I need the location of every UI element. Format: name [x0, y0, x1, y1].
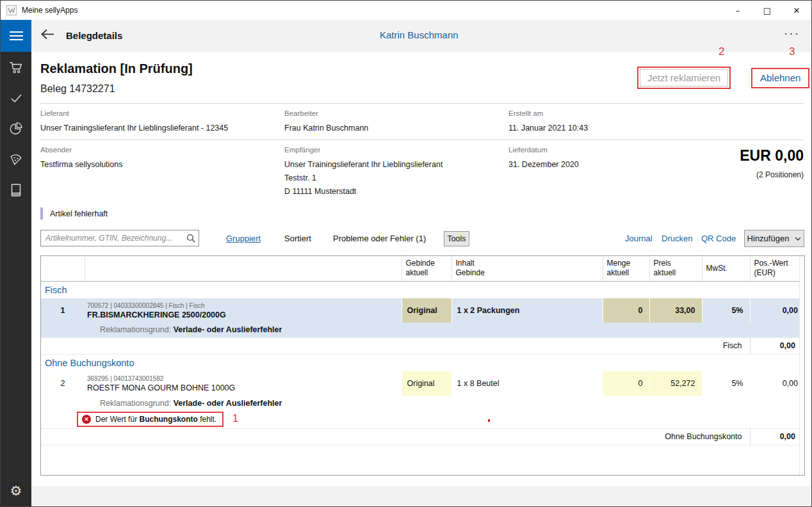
mwst-cell: 5% — [702, 298, 750, 323]
search-input[interactable] — [41, 234, 183, 243]
pos-wert-cell: 0,00 — [750, 371, 804, 396]
reason-value: Verlade- oder Auslieferfehler — [174, 399, 282, 408]
document-number: Beleg 14732271 — [40, 83, 193, 95]
reason-row-1: Reklamationsgrund: Verlade- oder Auslief… — [41, 323, 804, 337]
status-bar-icon — [40, 207, 43, 220]
subtotal-value: 0,00 — [750, 337, 804, 354]
sorted-toggle[interactable]: Sortiert — [284, 230, 311, 247]
menge-cell[interactable]: 0 — [603, 371, 649, 396]
window-controls: – □ ✕ — [723, 1, 811, 20]
annotation-dot — [488, 419, 490, 422]
reject-button[interactable]: Ablehnen — [760, 72, 800, 83]
preis-cell[interactable]: 33,00 — [649, 298, 702, 323]
qr-code-link[interactable]: QR Code — [701, 230, 736, 247]
book-icon — [10, 183, 22, 197]
article-row-1[interactable]: 1 700572 | 04033300002845 | Fisch | Fisc… — [41, 298, 804, 323]
pos-wert-cell: 0,00 — [750, 298, 804, 323]
sidebar: ⚙ — [1, 52, 31, 506]
article-meta: 700572 | 04033300002845 | Fisch | Fisch — [87, 302, 402, 310]
gear-icon: ⚙ — [10, 483, 22, 499]
bearbeiter-value: Frau Katrin Buschmann — [284, 122, 508, 135]
problems-filter[interactable]: Probleme oder Fehler (1) — [333, 230, 426, 247]
article-row-2[interactable]: 2 369295 | 04013743001582 ROESTF MONA GO… — [41, 371, 804, 396]
col-preis: Preis aktuell — [654, 259, 676, 277]
subtotal-row-ohne-buchungskonto: Ohne Buchungskonto 0,00 — [41, 428, 804, 445]
col-mwst: MwSt. — [706, 264, 727, 273]
annotation-1: 1 — [232, 412, 238, 424]
journal-link[interactable]: Journal — [625, 230, 653, 247]
cart-icon — [9, 61, 23, 74]
col-gebinde: Gebinde aktuell — [406, 259, 435, 277]
error-icon: ✕ — [82, 415, 91, 424]
sidebar-item-cart[interactable] — [1, 52, 31, 83]
claim-button[interactable]: Jetzt reklamieren — [640, 69, 728, 86]
total-block: EUR 0,00 (2 Positionen) — [740, 147, 804, 179]
empfaenger-value: Unser Trainingslieferant Ihr Lieblingsli… — [284, 158, 508, 198]
sidebar-item-check[interactable] — [1, 83, 31, 113]
row-number: 2 — [41, 371, 85, 396]
close-button[interactable]: ✕ — [782, 1, 811, 20]
chevron-down-icon — [795, 237, 801, 241]
status-note-text: Artikel fehlerhaft — [50, 209, 108, 218]
preis-cell[interactable]: 52,272 — [649, 371, 702, 396]
mwst-cell: 5% — [702, 371, 750, 396]
main-content: Reklamation [In Prüfung] Beleg 14732271 … — [31, 52, 811, 486]
search-icon[interactable] — [183, 234, 199, 243]
group-header-ohne-buchungskonto: Ohne Buchungskonto — [41, 354, 804, 371]
subtotal-label: Ohne Buchungskonto — [41, 428, 750, 445]
subtotal-row-fisch: Fisch 0,00 — [41, 337, 804, 354]
tools-button[interactable]: Tools — [444, 231, 469, 246]
maximize-button[interactable]: □ — [752, 1, 782, 20]
divider — [40, 103, 804, 104]
inhalt-cell[interactable]: 1 x 8 Beutel — [451, 371, 603, 396]
article-name: ROESTF MONA GOURM BOHNE 1000G — [87, 383, 402, 393]
add-button[interactable]: Hinzufügen — [744, 230, 804, 247]
pizza-slice-icon — [9, 152, 23, 166]
lieferant-label: Lieferant — [40, 109, 284, 117]
sidebar-item-reports[interactable] — [1, 113, 31, 144]
inhalt-cell[interactable]: 1 x 2 Packungen — [451, 298, 603, 323]
error-row: ✕Der Wert für Buchungskonto fehlt. 1 — [41, 410, 804, 428]
more-options-button[interactable]: ··· — [784, 26, 800, 40]
subtotal-label: Fisch — [41, 337, 750, 354]
reason-label: Reklamationsgrund: — [100, 325, 171, 334]
sidebar-item-settings[interactable]: ⚙ — [1, 476, 31, 506]
claim-annotation-box: Jetzt reklamieren — [637, 67, 731, 89]
empfaenger-label: Empfänger — [284, 146, 508, 154]
article-cell[interactable]: 369295 | 04013743001582 ROESTF MONA GOUR… — [85, 371, 402, 396]
col-wert: Pos.-Wert (EUR) — [754, 259, 788, 277]
table-scrollbar[interactable] — [799, 256, 804, 475]
current-user[interactable]: Katrin Buschmann — [380, 29, 459, 40]
divider — [40, 140, 804, 140]
group-header-fisch: Fisch — [41, 281, 804, 298]
annotation-2: 2 — [719, 45, 724, 58]
menu-button[interactable] — [1, 20, 31, 52]
gebinde-cell[interactable]: Original — [402, 371, 451, 396]
annotation-3: 3 — [789, 45, 795, 58]
meta-row-2: Absender Testfirma sellysolutions Empfän… — [40, 146, 804, 198]
total-amount: EUR 0,00 — [740, 147, 804, 165]
page-title: Belegdetails — [66, 30, 122, 41]
sidebar-item-catalog[interactable] — [1, 175, 31, 205]
status-note: Artikel fehlerhaft — [40, 207, 108, 220]
article-cell[interactable]: 700572 | 04033300002845 | Fisch | Fisch … — [85, 298, 402, 323]
subtotal-value: 0,00 — [750, 428, 804, 445]
app-window: Meine sellyApps – □ ✕ Belegdetails Katri… — [0, 0, 812, 507]
col-inhalt: Inhalt Gebinde — [456, 259, 485, 277]
menge-cell[interactable]: 0 — [603, 298, 649, 323]
window-title: Meine sellyApps — [22, 6, 77, 15]
article-meta: 369295 | 04013743001582 — [87, 374, 402, 383]
grouped-toggle[interactable]: Gruppiert — [226, 230, 261, 247]
article-name: FR.BISMARCKHERINGE 2500/2000G — [87, 310, 402, 320]
minimize-button[interactable]: – — [723, 1, 752, 20]
sidebar-item-food[interactable] — [1, 144, 31, 175]
article-search[interactable] — [40, 230, 199, 246]
check-icon — [10, 93, 22, 103]
back-button[interactable] — [40, 29, 55, 40]
gebinde-cell[interactable]: Original — [402, 298, 451, 323]
app-header: Belegdetails Katrin Buschmann ··· — [1, 20, 811, 52]
print-link[interactable]: Drucken — [662, 230, 692, 247]
reject-annotation-box: Ablehnen — [751, 68, 809, 88]
error-text: Der Wert für Buchungskonto fehlt. — [95, 415, 216, 424]
document-head: Reklamation [In Prüfung] Beleg 14732271 — [40, 61, 193, 95]
